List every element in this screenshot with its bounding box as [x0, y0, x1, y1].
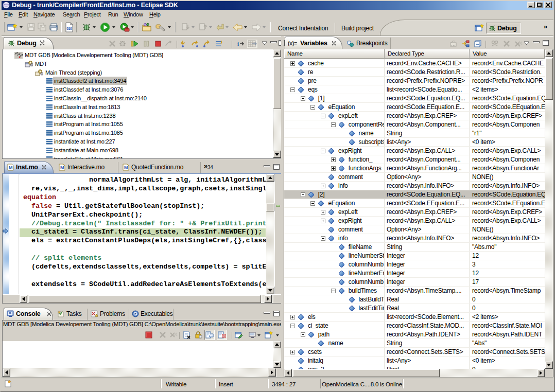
- svg-text:010: 010: [66, 27, 72, 30]
- svg-text:M: M: [60, 165, 64, 170]
- svg-text:M: M: [124, 165, 128, 170]
- svg-text:i: i: [237, 41, 239, 47]
- svg-text:M: M: [9, 165, 12, 170]
- svg-text:(x)=: (x)=: [288, 40, 297, 46]
